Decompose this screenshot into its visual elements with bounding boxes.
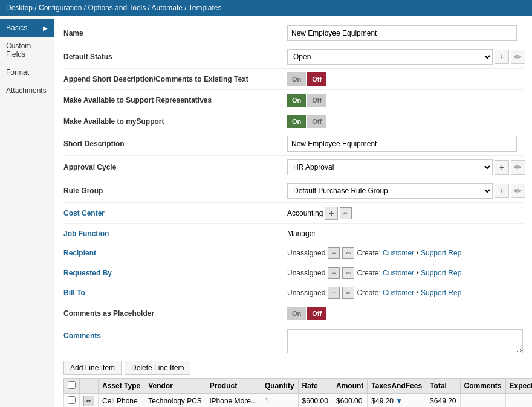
col-product: Product [206, 379, 261, 394]
requested-by-create-text: Create: Customer • Support Rep [357, 269, 461, 277]
cell-expected [505, 394, 532, 408]
rule-group-label: Rule Group [63, 187, 287, 195]
comments-placeholder-off-btn[interactable]: Off [307, 307, 326, 320]
col-quantity: Quantity [261, 379, 298, 394]
comments-placeholder-label: Comments as Placeholder [63, 309, 287, 318]
append-label: Append Short Description/Comments to Exi… [63, 75, 287, 83]
requested-by-support-rep-link[interactable]: Support Rep [421, 269, 461, 277]
requested-by-label: Requested By [63, 269, 287, 277]
mysupport-on-btn[interactable]: On [287, 115, 306, 128]
cell-rate: $600.00 [298, 394, 332, 408]
comments-textarea[interactable] [287, 329, 523, 353]
make-available-mysupport-label: Make Available to mySupport [63, 117, 287, 126]
approval-cycle-row: Approval Cycle HR Approval + ✏ [63, 156, 523, 179]
bill-to-customer-link[interactable]: Customer [383, 289, 414, 297]
cell-amount: $600.00 [332, 394, 367, 408]
comments-placeholder-row: Comments as Placeholder On Off [63, 303, 523, 324]
job-function-value: Manager [287, 229, 316, 238]
content-area: Name Default Status Open + ✏ Append Shor… [54, 16, 532, 407]
append-row: Append Short Description/Comments to Exi… [63, 69, 523, 90]
col-comments: Comments [460, 379, 505, 394]
name-input[interactable] [287, 25, 517, 41]
row-checkbox[interactable] [68, 396, 76, 404]
title-bar: Desktop / Configuration / Options and To… [0, 0, 532, 16]
recipient-label: Recipient [63, 249, 287, 257]
requested-by-bullet: • [416, 269, 418, 277]
rule-group-edit-btn[interactable]: ✏ [511, 184, 525, 198]
comments-placeholder-on-btn[interactable]: On [287, 307, 306, 320]
cost-center-value: Accounting [287, 209, 323, 217]
recipient-create-text: Create: Customer • Support Rep [357, 249, 461, 257]
recipient-customer-link[interactable]: Customer [383, 249, 414, 257]
sr-off-btn[interactable]: Off [307, 94, 326, 107]
bill-to-support-rep-link[interactable]: Support Rep [421, 289, 461, 297]
approval-cycle-add-btn[interactable]: + [495, 160, 509, 175]
comments-row: Comments [63, 324, 523, 357]
requested-by-minus-btn[interactable]: − [328, 267, 340, 279]
cell-product: iPhone More... [206, 394, 261, 408]
cost-center-row: Cost Center Accounting + ✏ [63, 203, 523, 224]
recipient-minus-btn[interactable]: − [328, 247, 340, 259]
recipient-edit-btn[interactable]: ✏ [342, 247, 354, 259]
short-description-input[interactable] [287, 136, 517, 152]
default-status-add-btn[interactable]: + [495, 50, 509, 64]
sidebar-item-custom-fields[interactable]: Custom Fields [0, 37, 54, 63]
sr-on-btn[interactable]: On [287, 94, 306, 107]
approval-cycle-label: Approval Cycle [63, 163, 287, 171]
append-off-btn[interactable]: Off [307, 72, 326, 86]
approval-cycle-edit-btn[interactable]: ✏ [511, 160, 525, 175]
cell-taxes: $49.20 ▼ [368, 394, 426, 408]
default-status-select[interactable]: Open [287, 49, 493, 65]
row-edit-btn[interactable]: ✏ [83, 396, 94, 406]
cell-total: $649.20 [426, 394, 460, 408]
info-icon: ▼ [395, 397, 403, 405]
line-items-table: Asset Type Vendor Product Quantity Rate … [63, 378, 532, 407]
sidebar-item-basics[interactable]: Basics [0, 19, 54, 37]
cost-center-label: Cost Center [63, 209, 287, 217]
recipient-unassigned-text: Unassigned [287, 249, 325, 257]
bill-to-minus-btn[interactable]: − [328, 287, 340, 299]
requested-by-customer-link[interactable]: Customer [383, 269, 414, 277]
cost-center-edit-btn[interactable]: ✏ [340, 207, 352, 219]
sidebar-item-format[interactable]: Format [0, 63, 54, 82]
default-status-edit-btn[interactable]: ✏ [511, 50, 525, 64]
col-vendor: Vendor [144, 379, 206, 394]
col-taxes: TaxesAndFees [368, 379, 426, 394]
sidebar: Basics Custom Fields Format Attachments [0, 16, 54, 407]
col-asset-type: Asset Type [99, 379, 144, 394]
cell-asset-type: Cell Phone [99, 394, 144, 408]
sidebar-item-attachments[interactable]: Attachments [0, 82, 54, 100]
default-status-label: Default Status [63, 53, 287, 61]
short-description-row: Short Description [63, 132, 523, 156]
rule-group-add-btn[interactable]: + [495, 184, 509, 198]
select-all-checkbox[interactable] [68, 381, 76, 389]
table-row: ✏ Cell Phone Technology PCS iPhone More.… [64, 394, 533, 408]
make-available-sr-row: Make Available to Support Representative… [63, 90, 523, 111]
recipient-support-rep-link[interactable]: Support Rep [421, 249, 461, 257]
cell-vendor: Technology PCS [144, 394, 206, 408]
rule-group-row: Rule Group Default Purchase Rule Group +… [63, 179, 523, 203]
table-toolbar: Add Line Item Delete Line Item [63, 361, 523, 375]
mysupport-off-btn[interactable]: Off [307, 115, 326, 128]
requested-by-row: Requested By Unassigned − ✏ Create: Cust… [63, 263, 523, 283]
bill-to-create-text: Create: Customer • Support Rep [357, 289, 461, 297]
col-rate: Rate [298, 379, 332, 394]
job-function-label: Job Function [63, 229, 287, 238]
default-status-row: Default Status Open + ✏ [63, 45, 523, 69]
cost-center-add-btn[interactable]: + [325, 207, 338, 220]
delete-line-item-btn[interactable]: Delete Line Item [125, 361, 190, 375]
add-line-item-btn[interactable]: Add Line Item [63, 361, 122, 375]
bill-to-bullet: • [416, 289, 418, 297]
comments-label: Comments [63, 329, 287, 340]
make-available-sr-label: Make Available to Support Representative… [63, 96, 287, 104]
recipient-row: Recipient Unassigned − ✏ Create: Custome… [63, 243, 523, 263]
approval-cycle-select[interactable]: HR Approval [287, 159, 493, 175]
col-expected: Expected (Days) [505, 379, 532, 394]
requested-by-edit-btn[interactable]: ✏ [342, 267, 354, 279]
cell-comments [460, 394, 505, 408]
bill-to-edit-btn[interactable]: ✏ [342, 287, 354, 299]
append-on-btn[interactable]: On [287, 72, 306, 86]
col-total: Total [426, 379, 460, 394]
rule-group-select[interactable]: Default Purchase Rule Group [287, 183, 493, 199]
bill-to-unassigned-text: Unassigned [287, 289, 325, 297]
